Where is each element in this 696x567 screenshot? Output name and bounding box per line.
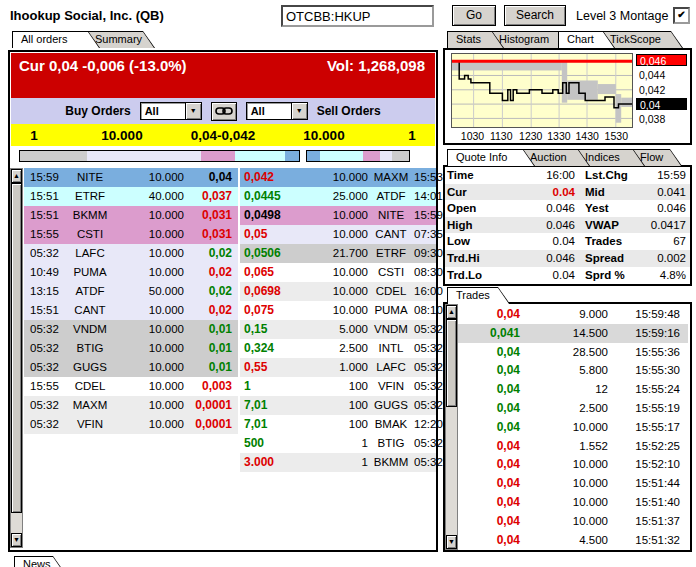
sell-order-row[interactable]: 0,155.000VNDM05:32 [240, 320, 436, 339]
buy-order-row[interactable]: 05:32LAFC10.0000,02 [24, 244, 238, 263]
depth-segment [235, 151, 285, 161]
sell-order-row[interactable]: 0,551.000LAFC05:32 [240, 358, 436, 377]
sell-filter-value: All [247, 103, 291, 119]
buy-order-row[interactable]: 05:32VNDM10.0000,01 [24, 320, 238, 339]
order-size: 100 [298, 396, 368, 415]
buy-order-row[interactable]: 15:59NITE10.0000,04 [24, 168, 238, 187]
trade-row: 0,0410.00015:52:10 [458, 455, 688, 474]
x-axis-label: 1430 [576, 130, 599, 142]
ask-price: 0,05 [240, 225, 298, 244]
scrollbar-up-button[interactable]: ▲ [446, 305, 457, 319]
tab-tab-label: News [15, 557, 64, 567]
scrollbar-down-button[interactable]: ▼ [446, 535, 457, 549]
scrollbar-up-button[interactable]: ▲ [11, 169, 22, 183]
tab-tickscope[interactable]: TickScope [601, 31, 683, 48]
quote-label: Trd.Hi [447, 250, 495, 267]
spacer [575, 267, 585, 284]
buy-order-row[interactable]: 15:51BKMM10.0000,031 [24, 206, 238, 225]
trade-size: 2.500 [520, 399, 608, 418]
order-size: 10.000 [116, 225, 184, 244]
tab-tab-label: All orders [13, 32, 99, 48]
sell-order-row[interactable]: 7,01100BMAK12:20 [240, 415, 436, 434]
bid-price: 0,02 [184, 244, 238, 263]
go-button[interactable]: Go [452, 5, 496, 26]
quote-row: High0.046VWAP0.0417 [445, 217, 690, 234]
buy-order-row[interactable]: 15:51CANT10.0000,02 [24, 301, 238, 320]
trade-size: 10.000 [520, 493, 608, 512]
buy-order-row[interactable]: 15:55CSTI10.0000,031 [24, 225, 238, 244]
sell-order-row[interactable]: 0,3242.500INTL05:32 [240, 339, 436, 358]
trades-scrollbar[interactable]: ▲ ▼ [445, 304, 458, 550]
trade-row: 0,045.80015:55:30 [458, 361, 688, 380]
chevron-down-icon[interactable]: ▼ [185, 103, 201, 119]
bid-price: 0,031 [184, 206, 238, 225]
buy-order-row[interactable]: 05:32MAXM10.0000,0001 [24, 396, 238, 415]
sell-order-row[interactable]: 0,044525.000ATDF14:01 [240, 187, 436, 206]
orderbook-scrollbar[interactable]: ▲ ▼ [10, 168, 23, 548]
sell-orders-label: Sell Orders [317, 104, 381, 118]
order-time: 05:32 [24, 339, 64, 358]
buy-order-row[interactable]: 05:32BTIG10.0000,01 [24, 339, 238, 358]
sell-filter-select[interactable]: All ▼ [246, 102, 308, 120]
order-size: 10.000 [298, 225, 368, 244]
sell-order-row[interactable]: 1100VFIN05:32 [240, 377, 436, 396]
chevron-down-icon[interactable]: ▼ [291, 103, 307, 119]
tab-quote-info[interactable]: Quote Info [447, 149, 535, 166]
y-axis-label: 0,04 [636, 98, 687, 110]
tab-trades[interactable]: Trades [447, 287, 510, 304]
ask-price: 0,0698 [240, 282, 298, 301]
buy-order-row[interactable]: 10:49PUMA10.0000,02 [24, 263, 238, 282]
sell-order-row[interactable]: 0,07510.000PUMA08:10 [240, 301, 436, 320]
bid-price: 0,04 [184, 168, 238, 187]
buy-filter-select[interactable]: All ▼ [140, 102, 202, 120]
trade-time: 15:52:25 [608, 437, 688, 456]
symbol-input[interactable] [281, 5, 434, 27]
montage-header: Cur 0,04 -0,006 (-13.0%) Vol: 1,268,098 [11, 53, 435, 98]
trade-price: 0,04 [458, 380, 520, 399]
sell-order-row[interactable]: 0,049810.000NITE15:59 [240, 206, 436, 225]
order-time: 05:32 [24, 396, 64, 415]
x-axis-label: 1030 [461, 130, 484, 142]
scrollbar-down-button[interactable]: ▼ [11, 533, 22, 547]
trades-panel: ▲ ▼ 0,049.00015:59:480,04114.50015:59:16… [443, 302, 692, 552]
order-time: 05:32 [24, 415, 64, 434]
bid-price: 0,01 [184, 339, 238, 358]
sell-order-row[interactable]: 0,050621.700ETRF09:30 [240, 244, 436, 263]
depth-segment [392, 151, 409, 161]
sell-order-row[interactable]: 0,06510.000CSTI08:30 [240, 263, 436, 282]
scrollbar-thumb[interactable] [446, 319, 457, 407]
level3-montage-label: Level 3 Montage [576, 9, 668, 23]
link-orders-button[interactable] [211, 102, 237, 121]
tab-news[interactable]: News [14, 556, 65, 567]
scrollbar-thumb[interactable] [11, 183, 22, 513]
market-maker: CSTI [64, 225, 116, 244]
spacer [575, 184, 585, 201]
trade-size: 28.500 [520, 343, 608, 362]
sell-order-row[interactable]: 0,04210.000MAXM15:53 [240, 168, 436, 187]
buy-orders-label: Buy Orders [65, 104, 130, 118]
tab-all-orders[interactable]: All orders [12, 31, 100, 48]
market-maker: MAXM [64, 396, 116, 415]
trade-row: 0,0410.00015:55:17 [458, 418, 688, 437]
sell-order-row[interactable]: 0,0510.000CANT07:35 [240, 225, 436, 244]
level3-checkbox[interactable]: ✔ [673, 7, 690, 24]
sell-order-row[interactable]: 5001BTIG05:32 [240, 434, 436, 453]
order-size: 10.000 [116, 206, 184, 225]
market-maker: ETRF [64, 187, 116, 206]
buy-order-book: 15:59NITE10.0000,0415:51ETRF40.0000,0371… [24, 168, 238, 434]
tab-tab-label: Trades [448, 288, 509, 304]
buy-order-row[interactable]: 15:55CDEL10.0000,003 [24, 377, 238, 396]
buy-order-row[interactable]: 05:32GUGS10.0000,01 [24, 358, 238, 377]
quote-value: 0.04 [495, 184, 575, 201]
quote-value: 15:59 [641, 167, 686, 184]
sell-order-row[interactable]: 3.0001BKMM05:32 [240, 453, 436, 472]
sell-order-row[interactable]: 0,069810.000CDEL16:00 [240, 282, 436, 301]
buy-order-row[interactable]: 15:51ETRF40.0000,037 [24, 187, 238, 206]
order-time: 15:51 [24, 206, 64, 225]
quote-label: High [447, 217, 495, 234]
quote-value: 16:00 [495, 167, 575, 184]
search-button[interactable]: Search [504, 5, 566, 26]
buy-order-row[interactable]: 13:15ATDF50.0000,02 [24, 282, 238, 301]
sell-order-row[interactable]: 7,01100GUGS05:32 [240, 396, 436, 415]
buy-order-row[interactable]: 05:32VFIN10.0000,0001 [24, 415, 238, 434]
